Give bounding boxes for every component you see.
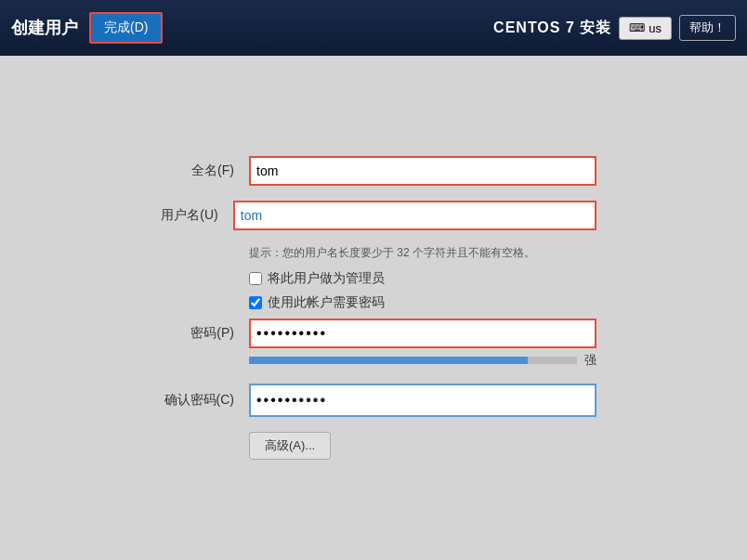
form-container: 全名(F) 用户名(U) 提示：您的用户名长度要少于 32 个字符并且不能有空格… bbox=[113, 137, 634, 478]
confirm-password-label: 确认密码(C) bbox=[151, 392, 234, 409]
fullname-row: 全名(F) bbox=[151, 156, 596, 186]
fullname-label: 全名(F) bbox=[151, 163, 234, 179]
admin-checkbox[interactable] bbox=[249, 272, 262, 285]
password-input[interactable] bbox=[249, 319, 596, 348]
centos-title: CENTOS 7 安装 bbox=[493, 19, 611, 38]
page-title: 创建用户 bbox=[11, 17, 78, 39]
keyboard-label: us bbox=[649, 21, 662, 35]
confirm-password-input[interactable] bbox=[249, 384, 596, 417]
confirm-password-row: 确认密码(C) bbox=[151, 384, 596, 417]
strength-bar-container bbox=[249, 357, 577, 364]
help-button[interactable]: 帮助！ bbox=[679, 15, 736, 41]
password-required-row: 使用此帐户需要密码 bbox=[151, 294, 596, 311]
admin-label-text: 将此用户做为管理员 bbox=[268, 270, 385, 287]
header-left: 创建用户 完成(D) bbox=[11, 12, 163, 44]
password-row: 密码(P) bbox=[151, 319, 596, 348]
hint-row: 提示：您的用户名长度要少于 32 个字符并且不能有空格。 bbox=[151, 245, 596, 261]
hint-spacer bbox=[151, 245, 249, 261]
username-label: 用户名(U) bbox=[151, 207, 218, 224]
password-required-checkbox[interactable] bbox=[249, 296, 262, 309]
strength-label: 强 bbox=[584, 352, 596, 369]
hint-text: 提示：您的用户名长度要少于 32 个字符并且不能有空格。 bbox=[249, 245, 596, 261]
password-required-text: 使用此帐户需要密码 bbox=[268, 294, 385, 311]
fullname-input[interactable] bbox=[249, 156, 596, 186]
content: 全名(F) 用户名(U) 提示：您的用户名长度要少于 32 个字符并且不能有空格… bbox=[0, 56, 747, 560]
strength-row: 强 bbox=[151, 352, 596, 369]
keyboard-icon: ⌨ bbox=[629, 21, 645, 34]
advanced-button[interactable]: 高级(A)... bbox=[249, 432, 331, 460]
username-row: 用户名(U) bbox=[151, 201, 596, 230]
strength-bar-fill bbox=[249, 357, 528, 364]
advanced-row: 高级(A)... bbox=[151, 432, 596, 460]
header: 创建用户 完成(D) CENTOS 7 安装 ⌨ us 帮助！ bbox=[0, 0, 747, 56]
admin-checkbox-row: 将此用户做为管理员 bbox=[151, 270, 596, 287]
keyboard-button[interactable]: ⌨ us bbox=[619, 17, 672, 40]
admin-checkbox-label[interactable]: 将此用户做为管理员 bbox=[249, 270, 385, 287]
advanced-spacer bbox=[151, 432, 249, 460]
password-label: 密码(P) bbox=[151, 325, 234, 342]
password-required-label[interactable]: 使用此帐户需要密码 bbox=[249, 294, 385, 311]
header-right: CENTOS 7 安装 ⌨ us 帮助！ bbox=[493, 15, 736, 41]
username-input[interactable] bbox=[233, 201, 596, 230]
done-button[interactable]: 完成(D) bbox=[89, 12, 163, 44]
